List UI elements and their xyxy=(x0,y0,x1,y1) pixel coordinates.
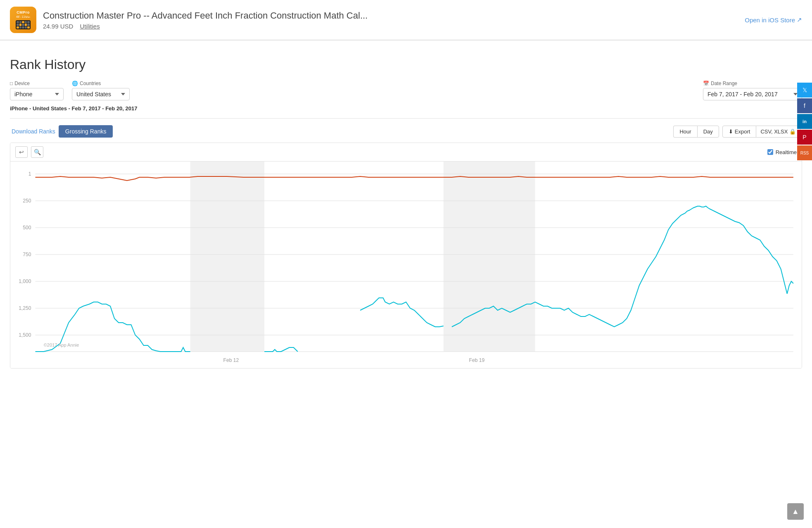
svg-text:500: 500 xyxy=(23,225,31,231)
date-range-select[interactable]: Feb 7, 2017 - Feb 20, 2017 xyxy=(703,88,802,100)
countries-filter-label: 🌐 Countries xyxy=(72,81,130,86)
svg-text:750: 750 xyxy=(23,252,31,257)
countries-filter-group: 🌐 Countries United States United Kingdom… xyxy=(72,81,130,100)
svg-text:©2017 App Annie: ©2017 App Annie xyxy=(44,342,79,347)
twitter-share-button[interactable]: 𝕏 xyxy=(797,83,812,98)
svg-text:1,250: 1,250 xyxy=(19,305,31,311)
chart-svg: 1 250 500 750 1,000 1,250 1,500 © xyxy=(10,162,802,368)
globe-icon: 🌐 xyxy=(72,81,78,86)
calendar-icon: 📅 xyxy=(703,81,709,86)
app-icon-sublabel: 48'- 11¾⁄₁₆ xyxy=(16,15,30,19)
svg-text:Feb 19: Feb 19 xyxy=(469,357,485,363)
reset-zoom-button[interactable]: ↩ xyxy=(15,146,28,158)
app-header: CMPro 48'- 11¾⁄₁₆ Construction Master Pr… xyxy=(0,0,812,40)
rss-icon: RSS xyxy=(800,151,809,155)
main-content: Rank History □ Device iPhone iPad All 🌐 … xyxy=(0,47,812,382)
hour-button[interactable]: Hour xyxy=(673,126,697,138)
countries-select[interactable]: United States United Kingdom Canada xyxy=(72,88,130,100)
linkedin-share-button[interactable]: in xyxy=(797,114,812,129)
pinterest-share-button[interactable]: P xyxy=(797,130,812,145)
svg-rect-0 xyxy=(190,162,264,352)
device-filter-group: □ Device iPhone iPad All xyxy=(10,81,64,100)
page-title: Rank History xyxy=(10,57,802,72)
export-button[interactable]: ⬇ Export xyxy=(722,126,757,138)
app-category[interactable]: Utilities xyxy=(80,23,100,30)
rank-type-buttons: Download Ranks Grossing Ranks xyxy=(12,125,113,138)
twitter-icon: 𝕏 xyxy=(803,87,807,93)
device-icon: □ xyxy=(10,81,13,86)
svg-text:Feb 12: Feb 12 xyxy=(223,357,239,363)
download-ranks-link[interactable]: Download Ranks xyxy=(12,128,55,135)
facebook-share-button[interactable]: f xyxy=(797,98,812,113)
time-buttons: Hour Day xyxy=(673,126,719,138)
chart-area: 1 250 500 750 1,000 1,250 1,500 © xyxy=(10,162,802,368)
date-range-label: 📅 Date Range xyxy=(703,81,802,86)
app-info: Construction Master Pro -- Advanced Feet… xyxy=(43,10,745,30)
external-link-icon: ↗ xyxy=(797,16,802,24)
rss-share-button[interactable]: RSS xyxy=(797,145,812,160)
filter-subtitle: iPhone - United States - Feb 7, 2017 - F… xyxy=(10,105,802,112)
date-range-group: 📅 Date Range Feb 7, 2017 - Feb 20, 2017 xyxy=(703,81,802,100)
device-select[interactable]: iPhone iPad All xyxy=(10,88,64,100)
zoom-button[interactable]: 🔍 xyxy=(31,146,43,158)
chart-controls: Download Ranks Grossing Ranks Hour Day ⬇… xyxy=(10,125,802,138)
device-filter-label: □ Device xyxy=(10,81,64,86)
svg-rect-1 xyxy=(444,162,535,352)
linkedin-icon: in xyxy=(803,119,807,124)
svg-text:1,500: 1,500 xyxy=(19,332,31,338)
app-icon: CMPro 48'- 11¾⁄₁₆ xyxy=(10,7,36,33)
day-button[interactable]: Day xyxy=(697,126,719,138)
app-price: 24.99 USD xyxy=(43,23,73,30)
chart-toolbar: ↩ 🔍 Realtime xyxy=(10,143,802,162)
pinterest-icon: P xyxy=(803,134,806,140)
app-meta: 24.99 USD Utilities xyxy=(43,23,745,30)
chart-wrapper: ↩ 🔍 Realtime 1 xyxy=(10,143,802,369)
social-bar: 𝕏 f in P RSS xyxy=(797,83,812,160)
right-controls: Hour Day ⬇ Export CSV, XLSX 🔒 xyxy=(673,126,800,138)
filters-row: □ Device iPhone iPad All 🌐 Countries Uni… xyxy=(10,81,802,100)
svg-text:1: 1 xyxy=(28,171,31,177)
download-icon: ⬇ xyxy=(729,128,733,135)
export-format-button[interactable]: CSV, XLSX 🔒 xyxy=(756,126,800,138)
realtime-checkbox-group[interactable]: Realtime xyxy=(767,149,797,155)
realtime-checkbox[interactable] xyxy=(767,149,773,155)
app-title: Construction Master Pro -- Advanced Feet… xyxy=(43,10,745,21)
facebook-icon: f xyxy=(804,102,805,109)
app-icon-label: CMPro xyxy=(17,10,30,14)
open-store-button[interactable]: Open in iOS Store ↗ xyxy=(745,16,802,24)
grossing-ranks-button[interactable]: Grossing Ranks xyxy=(59,125,113,138)
svg-text:1,000: 1,000 xyxy=(19,278,31,284)
svg-text:250: 250 xyxy=(23,198,31,204)
